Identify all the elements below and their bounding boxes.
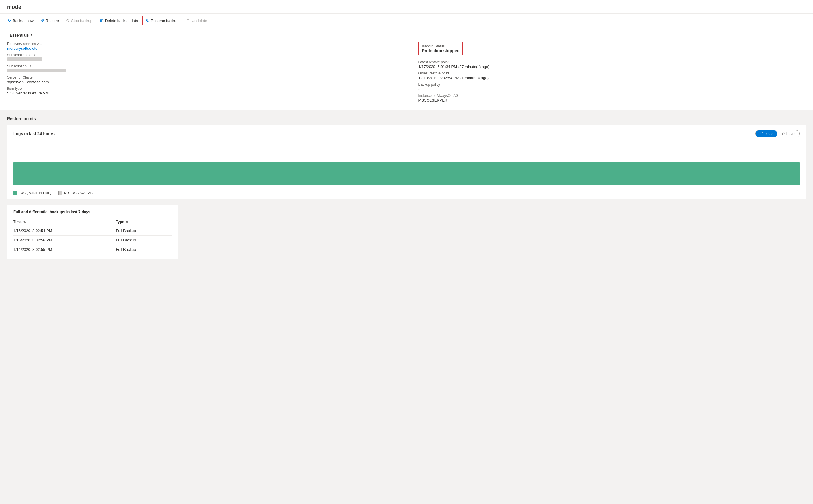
backup-status-field: Backup Status Protection stopped	[418, 42, 806, 58]
legend-label-log: LOG (POINT IN TIME)	[19, 191, 51, 195]
server-cluster-field: Server or Cluster sqlserver-1.contoso.co…	[7, 75, 407, 84]
oldest-restore-field: Oldest restore point 12/10/2019, 8:02:54…	[418, 71, 806, 80]
toggle-72h-button[interactable]: 72 hours	[777, 130, 799, 137]
toggle-24h-button[interactable]: 24 hours	[756, 130, 778, 137]
table-row: 1/14/2020, 8:02:55 PMFull Backup	[13, 245, 172, 254]
delete-backup-data-button[interactable]: 🗑 Delete backup data	[97, 16, 141, 25]
subscription-id-field: Subscription ID	[7, 64, 407, 73]
subscription-id-value	[7, 69, 66, 72]
stop-backup-button[interactable]: ⊘ Stop backup	[63, 16, 95, 25]
cell-time: 1/14/2020, 8:02:55 PM	[13, 245, 116, 254]
legend-color-green	[13, 191, 17, 195]
chart-area: Fri 12:00 AM Fri 6:00 AM Fri 12:00 PM Fr…	[13, 162, 800, 188]
backups-table: Time ⇅ Type ⇅ 1/16/2020, 8:02:54 PMFull …	[13, 218, 172, 254]
latest-restore-field: Latest restore point 1/17/2020, 6:01:34 …	[418, 60, 806, 69]
table-row: 1/16/2020, 8:02:54 PMFull Backup	[13, 226, 172, 236]
recovery-services-vault-link[interactable]: mercurysoftdelete	[7, 46, 37, 51]
subscription-name-value	[7, 57, 42, 61]
legend-color-gray	[58, 191, 62, 195]
cell-time: 1/15/2020, 8:02:56 PM	[13, 236, 116, 245]
toolbar: ↻ Backup now ↺ Restore ⊘ Stop backup 🗑 D…	[0, 14, 813, 28]
resume-backup-icon: ↻	[146, 18, 149, 23]
col-time[interactable]: Time ⇅	[13, 218, 116, 226]
legend-item-log: LOG (POINT IN TIME)	[13, 191, 51, 195]
cell-type: Full Backup	[116, 245, 172, 254]
sort-type-icon: ⇅	[126, 221, 128, 224]
stop-backup-icon: ⊘	[66, 18, 69, 23]
recovery-services-vault-field: Recovery services vault mercurysoftdelet…	[7, 42, 407, 51]
resume-backup-button[interactable]: ↻ Resume backup	[142, 16, 182, 25]
col-type[interactable]: Type ⇅	[116, 218, 172, 226]
instance-field: Instance or AlwaysOn AG MSSQLSERVER	[418, 94, 806, 102]
backup-now-icon: ↻	[8, 18, 11, 23]
restore-points-section: Restore points Logs in last 24 hours 24 …	[0, 110, 813, 265]
chart-header: Logs in last 24 hours 24 hours 72 hours	[13, 130, 800, 137]
essentials-right: Backup Status Protection stopped Latest …	[407, 42, 806, 105]
chart-bar	[13, 162, 800, 185]
table-card: Full and differential backups in last 7 …	[7, 205, 178, 259]
restore-icon: ↺	[41, 18, 44, 23]
subscription-name-field: Subscription name	[7, 53, 407, 62]
table-title: Full and differential backups in last 7 …	[13, 210, 172, 214]
essentials-left: Recovery services vault mercurysoftdelet…	[7, 42, 407, 105]
cell-type: Full Backup	[116, 226, 172, 236]
item-type-field: Item type SQL Server in Azure VM	[7, 87, 407, 95]
legend-item-no-logs: NO LOGS AVAILABLE	[58, 191, 96, 195]
delete-backup-icon: 🗑	[100, 18, 104, 23]
cell-type: Full Backup	[116, 236, 172, 245]
undelete-icon: 🗑	[186, 18, 190, 23]
page-title: model	[0, 0, 813, 14]
cell-time: 1/16/2020, 8:02:54 PM	[13, 226, 116, 236]
backup-now-button[interactable]: ↻ Backup now	[5, 16, 37, 25]
undelete-button[interactable]: 🗑 Undelete	[183, 16, 210, 25]
essentials-header: Essentials ∧	[7, 32, 35, 38]
table-row: 1/15/2020, 8:02:56 PMFull Backup	[13, 236, 172, 245]
chart-legend: LOG (POINT IN TIME) NO LOGS AVAILABLE	[13, 191, 800, 195]
legend-label-no-logs: NO LOGS AVAILABLE	[64, 191, 96, 195]
restore-button[interactable]: ↺ Restore	[38, 16, 62, 25]
backup-policy-field: Backup policy -	[418, 82, 806, 91]
essentials-section: Essentials ∧ Recovery services vault mer…	[0, 28, 813, 110]
sort-time-icon: ⇅	[23, 221, 26, 224]
chevron-up-icon: ∧	[30, 33, 33, 37]
backup-status-box: Backup Status Protection stopped	[418, 42, 463, 55]
time-toggle: 24 hours 72 hours	[755, 130, 800, 137]
chart-title: Logs in last 24 hours	[13, 131, 54, 136]
chart-card: Logs in last 24 hours 24 hours 72 hours …	[7, 125, 806, 199]
restore-points-title: Restore points	[7, 116, 806, 121]
